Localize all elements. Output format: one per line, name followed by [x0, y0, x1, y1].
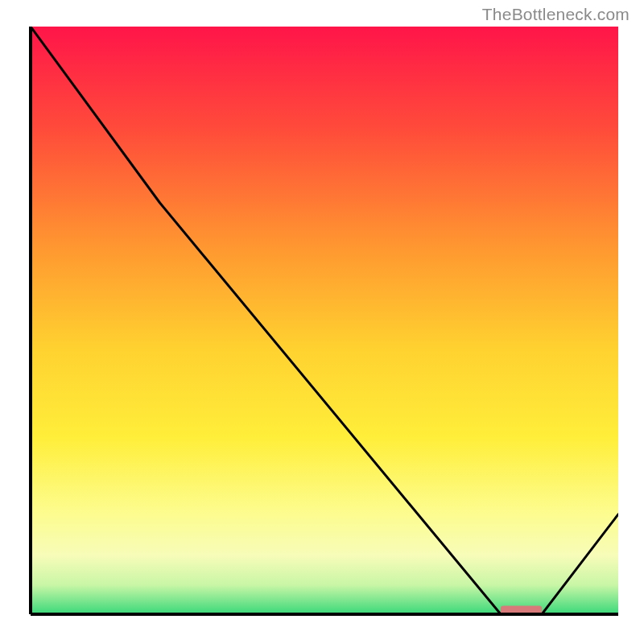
- chart-background: [31, 27, 618, 614]
- bottleneck-chart: [0, 0, 644, 644]
